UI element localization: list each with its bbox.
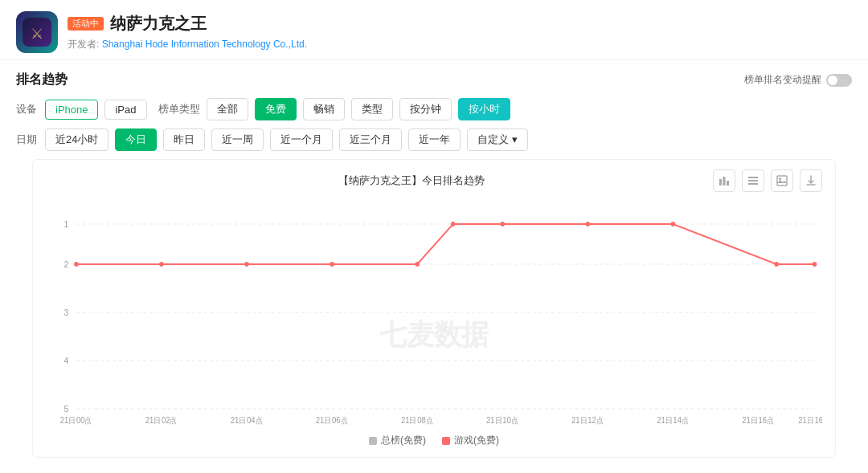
date-filter-row: 日期 近24小时 今日 昨日 近一周 近一个月 近三个月 近一年 自定义 ▾ bbox=[16, 128, 852, 151]
svg-point-40 bbox=[813, 262, 817, 267]
svg-rect-5 bbox=[748, 177, 758, 178]
chart-tools bbox=[713, 169, 822, 192]
svg-rect-6 bbox=[748, 180, 758, 181]
download-icon[interactable] bbox=[800, 169, 822, 192]
filter-ipad[interactable]: iPad bbox=[104, 100, 146, 120]
svg-point-31 bbox=[159, 262, 164, 267]
svg-point-34 bbox=[415, 262, 420, 267]
svg-text:21日06点: 21日06点 bbox=[316, 416, 348, 425]
svg-text:2: 2 bbox=[64, 259, 69, 269]
app-icon: ⚔ bbox=[16, 11, 58, 53]
svg-text:21日02点: 21日02点 bbox=[145, 416, 178, 425]
filter-3month[interactable]: 近三个月 bbox=[339, 128, 402, 151]
device-label: 设备 bbox=[16, 102, 39, 116]
svg-text:21日04点: 21日04点 bbox=[231, 416, 263, 425]
svg-rect-7 bbox=[748, 183, 758, 185]
legend-label-game: 游戏(免费) bbox=[454, 434, 499, 447]
custom-label: 自定义 ▾ bbox=[477, 133, 518, 147]
filter-week[interactable]: 近一周 bbox=[211, 128, 264, 151]
svg-point-37 bbox=[585, 222, 590, 226]
toggle-label: 榜单排名变动提醒 bbox=[744, 73, 821, 87]
svg-text:21日14点: 21日14点 bbox=[657, 416, 689, 425]
svg-rect-8 bbox=[777, 176, 787, 186]
svg-point-38 bbox=[671, 222, 676, 226]
svg-point-9 bbox=[779, 177, 781, 180]
legend-dot-total bbox=[369, 437, 377, 445]
filter-type[interactable]: 类型 bbox=[351, 98, 393, 120]
svg-point-35 bbox=[451, 222, 456, 226]
svg-point-39 bbox=[774, 262, 779, 267]
list-icon[interactable] bbox=[742, 169, 764, 192]
svg-text:七麦数据: 七麦数据 bbox=[379, 318, 489, 350]
app-name: 纳萨力克之王 bbox=[110, 13, 207, 35]
image-icon[interactable] bbox=[771, 169, 793, 192]
app-info: 活动中 纳萨力克之王 开发者: Shanghai Hode Informatio… bbox=[68, 13, 307, 51]
svg-rect-3 bbox=[723, 177, 726, 186]
filter-custom[interactable]: 自定义 ▾ bbox=[467, 128, 528, 151]
legend-dot-game bbox=[442, 437, 450, 445]
svg-text:⚔: ⚔ bbox=[31, 26, 43, 42]
app-icon-svg: ⚔ bbox=[23, 18, 51, 47]
svg-point-33 bbox=[330, 262, 334, 267]
svg-rect-4 bbox=[727, 181, 729, 186]
filter-all[interactable]: 全部 bbox=[207, 98, 248, 120]
svg-text:21日16点: 21日16点 bbox=[798, 416, 822, 425]
chart-container: 【纳萨力克之王】今日排名趋势 bbox=[32, 159, 836, 458]
chart-title: 【纳萨力克之王】今日排名趋势 bbox=[110, 173, 713, 188]
chart-wrapper: 1 2 3 4 5 21日00点 21日02点 21日04点 21日06点 21… bbox=[46, 200, 822, 427]
svg-point-32 bbox=[244, 262, 249, 267]
svg-text:5: 5 bbox=[64, 404, 69, 414]
toggle-row: 榜单排名变动提醒 bbox=[744, 73, 852, 87]
developer-link[interactable]: Shanghai Hode Information Technology Co.… bbox=[102, 39, 307, 50]
filter-by-min[interactable]: 按分钟 bbox=[399, 98, 452, 120]
date-label: 日期 bbox=[16, 133, 39, 147]
bar-chart-icon[interactable] bbox=[713, 169, 735, 192]
section-title: 排名趋势 bbox=[16, 71, 68, 88]
app-developer: 开发者: Shanghai Hode Information Technolog… bbox=[68, 38, 307, 51]
section-header: 排名趋势 榜单排名变动提醒 bbox=[16, 71, 852, 88]
chart-svg: 1 2 3 4 5 21日00点 21日02点 21日04点 21日06点 21… bbox=[46, 200, 822, 425]
filter-year[interactable]: 近一年 bbox=[408, 128, 461, 151]
filter-month[interactable]: 近一个月 bbox=[270, 128, 333, 151]
chart-type-label: 榜单类型 bbox=[158, 102, 200, 116]
legend-game: 游戏(免费) bbox=[442, 434, 499, 447]
svg-point-30 bbox=[74, 262, 79, 267]
svg-point-36 bbox=[500, 222, 505, 226]
filter-24h[interactable]: 近24小时 bbox=[45, 128, 108, 151]
developer-label: 开发者: bbox=[68, 39, 99, 50]
app-header: ⚔ 活动中 纳萨力克之王 开发者: Shanghai Hode Informat… bbox=[0, 0, 868, 60]
chart-legend: 总榜(免费) 游戏(免费) bbox=[46, 434, 822, 447]
toggle-switch[interactable] bbox=[826, 74, 852, 87]
svg-text:1: 1 bbox=[64, 219, 69, 229]
filter-free[interactable]: 免费 bbox=[255, 98, 297, 120]
svg-text:21日10点: 21日10点 bbox=[486, 416, 518, 425]
app-icon-inner: ⚔ bbox=[16, 11, 58, 53]
active-badge: 活动中 bbox=[68, 17, 104, 31]
svg-text:3: 3 bbox=[64, 308, 69, 317]
svg-text:4: 4 bbox=[64, 356, 69, 365]
ranking-section: 排名趋势 榜单排名变动提醒 设备 iPhone iPad 榜单类型 全部 免费 … bbox=[0, 60, 868, 458]
filter-iphone[interactable]: iPhone bbox=[45, 100, 98, 120]
legend-label-total: 总榜(免费) bbox=[381, 434, 426, 447]
legend-total: 总榜(免费) bbox=[369, 434, 426, 447]
svg-text:21日08点: 21日08点 bbox=[401, 416, 433, 425]
chart-header: 【纳萨力克之王】今日排名趋势 bbox=[46, 169, 822, 192]
svg-text:21日16点: 21日16点 bbox=[742, 416, 774, 425]
filter-yesterday[interactable]: 昨日 bbox=[163, 128, 205, 151]
svg-text:21日12点: 21日12点 bbox=[571, 416, 604, 425]
svg-rect-2 bbox=[719, 179, 722, 186]
app-title-row: 活动中 纳萨力克之王 bbox=[68, 13, 307, 35]
filter-today[interactable]: 今日 bbox=[115, 128, 157, 151]
filter-paid[interactable]: 畅销 bbox=[303, 98, 345, 120]
svg-text:21日00点: 21日00点 bbox=[60, 416, 92, 425]
filter-by-hour[interactable]: 按小时 bbox=[458, 98, 510, 120]
device-filter-row: 设备 iPhone iPad 榜单类型 全部 免费 畅销 类型 按分钟 按小时 bbox=[16, 98, 852, 120]
